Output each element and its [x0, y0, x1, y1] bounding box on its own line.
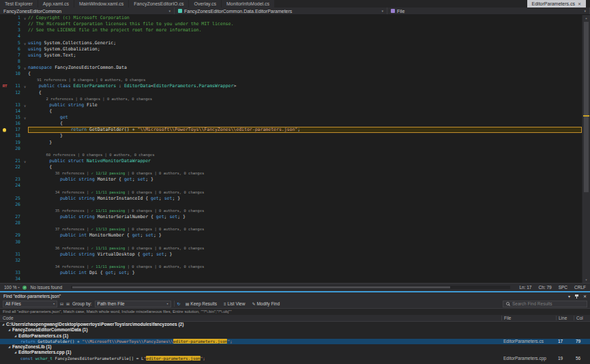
document-tab[interactable]: FancyZonesEditorIO.cs	[129, 0, 188, 7]
test-passing-indicator[interactable]: ✓ 11/11 passing	[91, 190, 126, 194]
codelens-text: 38 references | ✓ 12/12 passing | 0 chan…	[28, 170, 582, 177]
fold-marker[interactable]: ∨	[22, 115, 28, 121]
code-text: public string MonitorSerialNumber { get;…	[28, 214, 582, 220]
result-file: EditorParameters.cs	[501, 339, 556, 344]
find-result-row[interactable]: return GetDataFolder() + "\\Microsoft\\P…	[0, 339, 590, 344]
code-line: 8	[0, 59, 582, 65]
document-tab[interactable]: Overlay.cs	[189, 0, 221, 7]
member-dropdown[interactable]: File ▾	[387, 7, 590, 14]
fold-marker[interactable]: ∨	[22, 102, 28, 108]
vertical-scrollbar[interactable]: ▲ ▼	[582, 15, 590, 283]
code-line: 16 {	[0, 121, 582, 127]
search-find-results-box[interactable]	[503, 301, 587, 307]
codelens-row: 35 references | ✓ 11/11 passing | 0 chan…	[0, 208, 582, 214]
tree-expanded-icon[interactable]: ◢	[14, 333, 16, 339]
pin-icon[interactable]	[575, 294, 578, 299]
code-text: {	[28, 90, 582, 96]
window-menu-icon[interactable]: ▾	[568, 294, 570, 299]
code-editor[interactable]: 1∨// Copyright (c) Microsoft Corporation…	[0, 15, 590, 283]
line-column-header[interactable]: Line	[556, 316, 574, 320]
col-column-header[interactable]: Col	[574, 316, 590, 320]
list-view-button[interactable]: ≡ List View	[222, 301, 247, 307]
lightbulb-icon[interactable]	[3, 128, 6, 132]
search-find-results-input[interactable]	[512, 301, 584, 306]
glyph-margin	[0, 264, 10, 270]
group-by-label: Group by:	[72, 301, 92, 306]
close-panel-icon[interactable]: ✕	[583, 294, 587, 299]
codelens-row: 38 references | ✓ 12/12 passing | 0 chan…	[0, 170, 582, 177]
line-number: 7	[10, 52, 22, 59]
code-text: // The Microsoft Corporation licenses th…	[28, 21, 582, 27]
test-passing-indicator[interactable]: ✓ 11/11 passing	[91, 264, 126, 269]
document-tab[interactable]: Test Explorer	[0, 0, 38, 7]
test-passing-indicator[interactable]: ✓ 13/13 passing	[91, 227, 126, 231]
test-passing-indicator[interactable]: ✓ 11/11 passing	[91, 209, 126, 213]
code-text: public class EditorParameters : EditorDa…	[28, 83, 582, 89]
refresh-icon[interactable]: ↻	[177, 301, 181, 306]
fold-marker[interactable]: ∨	[22, 40, 28, 46]
test-passing-indicator[interactable]: ✓ 12/12 passing	[91, 171, 126, 175]
fold-marker	[22, 33, 28, 40]
line-number: 31	[10, 252, 22, 258]
document-tab[interactable]: MainWindow.xaml.cs	[74, 0, 128, 7]
close-tab-icon[interactable]: ✕	[578, 1, 581, 6]
glyph-margin	[0, 115, 10, 121]
find-result-group[interactable]: ◢FancyZonesEditorCommon\Data (1)	[0, 327, 590, 333]
scroll-up-icon[interactable]: ▲	[582, 15, 590, 21]
document-tab[interactable]: App.xaml.cs	[38, 0, 74, 7]
modify-find-button[interactable]: ✎ Modify Find	[250, 301, 282, 307]
find-results-caption[interactable]: Find "editor-parameters.json" ▾ ✕	[0, 291, 590, 299]
scroll-down-icon[interactable]: ▼	[582, 277, 590, 283]
fold-marker[interactable]: ∨	[22, 83, 28, 89]
find-result-group[interactable]: ◢FancyZonesLib (1)	[0, 344, 590, 350]
expand-all-icon[interactable]: ⊞	[66, 301, 70, 306]
tab-label: MainWindow.xaml.cs	[79, 1, 123, 6]
test-passing-indicator[interactable]: ✓ 11/11 passing	[91, 246, 126, 250]
tree-expanded-icon[interactable]: ◢	[8, 344, 10, 350]
scrollbar-thumb[interactable]	[584, 22, 589, 192]
glyph-margin	[0, 121, 10, 127]
health-status-text[interactable]: No issues found	[30, 285, 62, 290]
codelens-row: 60 references | 0 changes | 0 authors, 0…	[0, 152, 582, 158]
spaces-indicator[interactable]: SPC	[559, 285, 567, 290]
find-result-group[interactable]: ◢C:\Users\zhaopengwang\Desktop\powertoys…	[0, 322, 590, 327]
code-line: 27 public string MonitorSerialNumber { g…	[0, 214, 582, 220]
find-result-group[interactable]: ◢EditorParameters.cpp (1)	[0, 350, 590, 355]
keep-results-button[interactable]: ▤ Keep Results	[183, 301, 219, 307]
code-text: {	[28, 108, 582, 115]
tree-expanded-icon[interactable]: ◢	[2, 322, 4, 327]
code-column-header[interactable]: Code	[0, 316, 501, 320]
code-line: 4	[0, 33, 582, 40]
find-result-group[interactable]: ◢EditorParameters.cs (1)	[0, 333, 590, 339]
line-ending-indicator[interactable]: CRLF	[574, 285, 586, 290]
file-column-header[interactable]: File	[501, 316, 556, 320]
code-line: 22 {	[0, 164, 582, 170]
line-number: 16	[10, 121, 22, 127]
horizontal-scrollbar[interactable]	[71, 286, 510, 289]
horizontal-scrollbar-thumb[interactable]	[72, 286, 450, 288]
zoom-control[interactable]: 100 % ▾	[4, 285, 19, 290]
codelens-text: 2 references | 0 changes | 0 authors, 0 …	[28, 96, 582, 102]
glyph-margin	[0, 21, 10, 27]
type-dropdown[interactable]: FancyZonesEditorCommon.Data.EditorParame…	[175, 7, 387, 14]
quick-actions-margin[interactable]	[0, 127, 10, 133]
fold-marker[interactable]: ∨	[22, 158, 28, 164]
code-text: public struct NativeMonitorDataWrapper	[28, 158, 582, 164]
code-text	[28, 239, 582, 245]
collapse-all-icon[interactable]: ⊟	[60, 301, 63, 306]
document-tab[interactable]: MonitorInfoModel.cs	[222, 0, 274, 7]
glyph-margin	[0, 77, 10, 83]
active-document-tab[interactable]: EditorParameters.cs ✕	[527, 0, 586, 7]
files-filter-dropdown[interactable]: All Files ▾	[3, 301, 57, 307]
fold-marker	[22, 208, 28, 214]
find-result-row[interactable]: const wchar_t FancyZonesEditorParameters…	[0, 356, 590, 361]
tree-expanded-icon[interactable]: ◢	[14, 350, 16, 355]
find-summary: Find all "editor-parameters.json", Match…	[0, 309, 590, 315]
fold-marker	[22, 71, 28, 77]
group-by-dropdown[interactable]: Path then File ▾	[95, 301, 171, 307]
project-dropdown[interactable]: FancyZonesEditorCommon ▾	[0, 7, 175, 14]
fold-marker[interactable]: ∨	[22, 15, 28, 21]
tree-expanded-icon[interactable]: ◢	[8, 327, 10, 333]
group-label: EditorParameters.cs (1)	[18, 333, 68, 339]
fold-marker[interactable]: ∨	[22, 65, 28, 71]
